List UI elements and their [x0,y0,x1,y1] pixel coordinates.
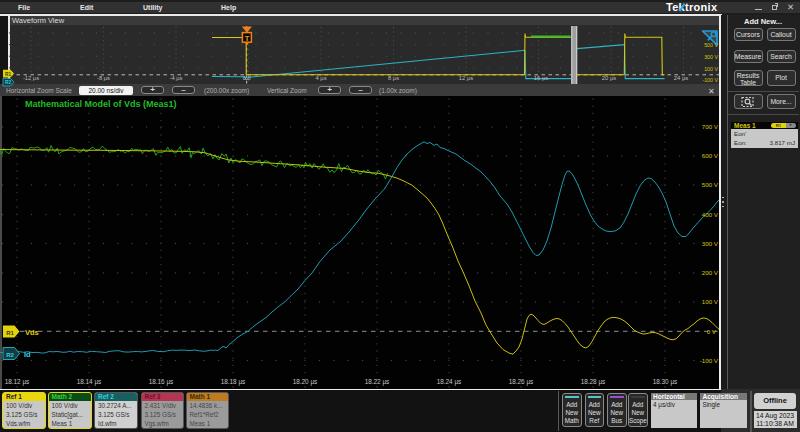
svg-text:300 V: 300 V [702,240,719,247]
svg-text:20 µs: 20 µs [602,75,616,81]
svg-text:18.14 µs: 18.14 µs [77,378,102,386]
svg-text:600 V: 600 V [702,152,719,159]
svg-text:8 µs: 8 µs [388,75,399,81]
svg-text:R2: R2 [6,352,14,358]
svg-text:Vds: Vds [25,328,39,337]
svg-text:12 µs: 12 µs [459,75,473,81]
svg-text:-100 V: -100 V [702,77,718,83]
svg-text:500 V: 500 V [702,181,719,188]
svg-text:18.20 µs: 18.20 µs [293,378,318,386]
svg-text:16 µs: 16 µs [534,75,548,81]
svg-text:18.16 µs: 18.16 µs [149,378,174,386]
svg-text:100 V: 100 V [702,298,719,305]
svg-text:R2: R2 [5,80,11,85]
svg-text:18.22 µs: 18.22 µs [365,378,390,386]
svg-text:4 µs: 4 µs [315,75,326,81]
svg-text:T: T [245,34,250,43]
svg-text:Id: Id [24,350,31,359]
svg-text:18.30 µs: 18.30 µs [653,378,678,386]
svg-text:300 V: 300 V [704,54,718,60]
svg-text:18.24 µs: 18.24 µs [437,378,462,386]
svg-text:400 V: 400 V [702,211,719,218]
svg-text:-12 µs: -12 µs [23,75,39,81]
svg-text:R1: R1 [6,330,14,336]
svg-text:0.0: 0.0 [243,75,251,81]
svg-text:-4 µs: -4 µs [169,75,182,81]
svg-text:18.26 µs: 18.26 µs [509,378,534,386]
svg-text:24 µs: 24 µs [674,75,688,81]
svg-text:R1: R1 [5,72,11,77]
svg-text:18.18 µs: 18.18 µs [221,378,246,386]
svg-text:18.28 µs: 18.28 µs [581,378,606,386]
svg-text:200 V: 200 V [702,269,719,276]
svg-text:-100 V: -100 V [700,357,719,364]
svg-text:100 V: 100 V [704,66,718,72]
svg-text:18.12 µs: 18.12 µs [5,378,30,386]
svg-text:700 V: 700 V [702,123,719,130]
svg-text:0 V: 0 V [707,328,717,335]
svg-text:-8 µs: -8 µs [97,75,110,81]
svg-text:500 V: 500 V [704,42,718,48]
